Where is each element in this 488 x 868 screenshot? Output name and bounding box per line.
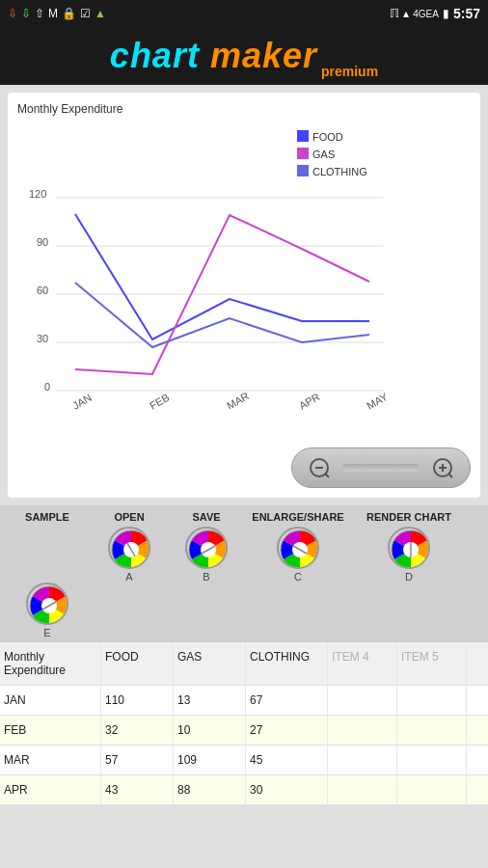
chart-svg: 0 30 60 90 120 JAN FEB MAR APR MAY [17, 121, 471, 400]
toolbar-icon-b-label: B [203, 571, 209, 583]
table-row-mar-gas[interactable]: 109 [174, 746, 246, 774]
svg-line-18 [325, 474, 329, 477]
table-row-mar-food[interactable]: 57 [101, 746, 174, 774]
svg-line-22 [448, 474, 452, 477]
color-wheel-a[interactable] [108, 527, 150, 569]
status-left-icons: ⇩ ⇩ ⇧ M 🔒 ☑ ▲ [8, 7, 106, 20]
toolbar-icon-d[interactable]: D [388, 527, 430, 583]
table-row-feb-gas[interactable]: 10 [174, 716, 246, 745]
lock-icon: 🔒 [62, 7, 76, 20]
zoom-out-button[interactable] [300, 452, 339, 483]
table-row-apr-food[interactable]: 43 [101, 775, 174, 804]
chart-area: 0 30 60 90 120 JAN FEB MAR APR MAY [17, 121, 471, 429]
toolbar-icon-a-label: A [125, 571, 132, 583]
app-header: chart maker premium [0, 27, 488, 85]
table-row-apr-label: APR [0, 775, 101, 804]
table-row-feb-label: FEB [0, 716, 101, 745]
chart-title: Monthly Expenditure [17, 102, 471, 116]
toolbar-label-enlarge: ENLARGE/SHARE [245, 511, 351, 523]
toolbar-label-save: SAVE [168, 511, 245, 523]
svg-text:MAR: MAR [225, 390, 251, 412]
svg-text:30: 30 [37, 333, 48, 344]
chart-container: Monthly Expenditure 0 30 60 90 120 JAN F… [8, 93, 480, 498]
table-header-2: GAS [174, 642, 246, 685]
color-wheel-b[interactable] [185, 527, 228, 569]
svg-text:JAN: JAN [70, 392, 94, 412]
toolbar-icon-a[interactable]: A [108, 527, 150, 583]
table-row-mar-item5[interactable] [397, 746, 467, 774]
toolbar: SAMPLE OPEN SAVE ENLARGE/SHARE RENDER CH… [0, 505, 488, 642]
clothing-legend-box [297, 165, 309, 176]
table-row-mar-clothing[interactable]: 45 [246, 746, 328, 774]
android-icon: ▲ [95, 7, 106, 20]
svg-text:MAY: MAY [365, 390, 391, 411]
table-row-apr-gas[interactable]: 88 [174, 775, 246, 804]
toolbar-icon-c-label: C [294, 571, 302, 583]
color-wheel-e[interactable] [26, 583, 68, 625]
toolbar-icon-b[interactable]: B [185, 527, 228, 583]
table-row-jan-item4[interactable] [328, 686, 397, 715]
toolbar-icon-c[interactable]: C [277, 527, 319, 583]
svg-text:0: 0 [44, 381, 50, 393]
toolbar-icon-d-label: D [405, 571, 413, 583]
toolbar-label-sample: SAMPLE [4, 511, 91, 523]
download-green-icon: ⇩ [21, 7, 31, 20]
toolbar-icon-row: A B [0, 527, 488, 638]
toolbar-icon-e[interactable]: E [26, 583, 68, 638]
svg-text:120: 120 [29, 188, 46, 200]
title-chart: chart [110, 36, 200, 75]
table-row-feb-item5[interactable] [397, 716, 467, 745]
zoom-controls [291, 448, 471, 488]
bluetooth-icon: ℿ [390, 7, 399, 20]
toolbar-labels: SAMPLE OPEN SAVE ENLARGE/SHARE RENDER CH… [0, 511, 488, 523]
svg-text:60: 60 [37, 285, 48, 296]
table-row-jan-item5[interactable] [397, 686, 467, 715]
table-row-feb-item4[interactable] [328, 716, 397, 745]
upload-icon: ⇧ [35, 7, 44, 20]
toolbar-label-open: OPEN [91, 511, 168, 523]
table-row-mar: MAR 57 109 45 [0, 746, 488, 775]
gas-legend-box [297, 148, 309, 159]
data-table: Monthly Expenditure FOOD GAS CLOTHING IT… [0, 642, 488, 805]
toolbar-icon-e-label: E [43, 627, 50, 638]
zoom-out-icon [309, 457, 330, 478]
svg-text:APR: APR [297, 391, 322, 412]
4g-icon: 4G​E​A [413, 9, 439, 19]
food-legend-label: FOOD [312, 131, 343, 143]
table-header-4: ITEM 4 [328, 642, 397, 685]
table-row-feb-clothing[interactable]: 27 [246, 716, 328, 745]
table-header-row: Monthly Expenditure FOOD GAS CLOTHING IT… [0, 642, 488, 686]
table-row-apr: APR 43 88 30 [0, 775, 488, 805]
table-row-jan-label: JAN [0, 686, 101, 715]
status-time: 5:57 [453, 6, 480, 21]
color-wheel-c[interactable] [277, 527, 319, 569]
table-row-mar-item4[interactable] [328, 746, 397, 774]
table-row-jan-clothing[interactable]: 67 [246, 686, 328, 715]
wifi-icon: ▴ [403, 7, 409, 20]
title-maker: maker [210, 36, 317, 75]
table-row-feb-food[interactable]: 32 [101, 716, 174, 745]
clothing-line [75, 283, 369, 347]
table-header-3: CLOTHING [246, 642, 328, 685]
color-wheel-d[interactable] [388, 527, 430, 569]
table-header-1: FOOD [101, 642, 174, 685]
table-row-apr-item4[interactable] [328, 775, 397, 804]
clothing-legend-label: CLOTHING [312, 166, 367, 177]
gmail-icon: M [48, 7, 58, 20]
table-header-5: ITEM 5 [397, 642, 467, 685]
svg-text:FEB: FEB [148, 392, 172, 412]
zoom-track[interactable] [342, 464, 420, 472]
zoom-in-icon [432, 457, 453, 478]
zoom-in-button[interactable] [423, 452, 462, 483]
table-row-jan-food[interactable]: 110 [101, 686, 174, 715]
table-row-jan-gas[interactable]: 13 [174, 686, 246, 715]
table-header-0: Monthly Expenditure [0, 642, 101, 685]
table-row-apr-clothing[interactable]: 30 [246, 775, 328, 804]
checkbox-icon: ☑ [80, 7, 91, 20]
table-row-feb: FEB 32 10 27 [0, 716, 488, 746]
table-row-apr-item5[interactable] [397, 775, 467, 804]
svg-text:90: 90 [37, 236, 48, 248]
gas-legend-label: GAS [312, 149, 335, 160]
status-right-icons: ℿ ▴ 4G​E​A ▮ 5:57 [390, 6, 480, 21]
download-icon: ⇩ [8, 7, 17, 20]
